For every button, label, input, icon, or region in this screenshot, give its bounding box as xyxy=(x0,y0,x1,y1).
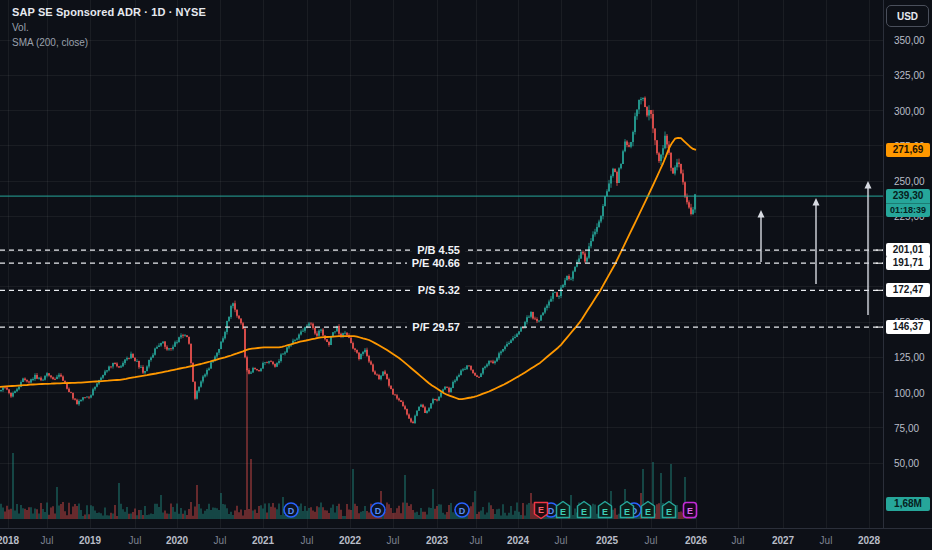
bar-countdown: 01:18:39 xyxy=(886,203,930,217)
svg-text:E: E xyxy=(645,507,651,517)
fundamental-axis-flag: 172,47 xyxy=(886,283,930,297)
price-tick-label: 125,00 xyxy=(894,352,925,363)
svg-text:D: D xyxy=(459,506,466,516)
dividend-badge[interactable]: D xyxy=(284,503,298,517)
time-tick-label: 2021 xyxy=(252,534,274,545)
last-price-value: 239,30 xyxy=(886,189,930,203)
earnings-badge[interactable]: E xyxy=(663,502,676,518)
trend-arrow[interactable] xyxy=(865,181,872,315)
fundamental-axis-flag: 201,01 xyxy=(886,243,930,257)
time-tick-label: Jul xyxy=(214,534,227,545)
earnings-badge[interactable]: E xyxy=(684,503,697,518)
fundamental-label[interactable]: P/F 29.57 xyxy=(407,321,465,333)
time-tick-label: 2028 xyxy=(858,534,880,545)
price-tick-label: 50,00 xyxy=(894,458,919,469)
time-tick-label: Jul xyxy=(645,534,658,545)
fundamental-label[interactable]: P/S 5.32 xyxy=(413,284,465,296)
volume-axis-flag: 1,68M xyxy=(886,497,930,511)
trend-arrow[interactable] xyxy=(758,210,765,262)
time-tick-label: 2025 xyxy=(596,534,618,545)
price-tick-label: 325,00 xyxy=(894,70,925,81)
sma-line[interactable] xyxy=(0,138,696,399)
sma-axis-flag: 271,69 xyxy=(886,143,930,157)
earnings-badge[interactable]: E xyxy=(535,503,548,519)
time-tick-label: 2026 xyxy=(685,534,707,545)
svg-text:E: E xyxy=(560,507,566,517)
time-tick-label: Jul xyxy=(129,534,142,545)
dividend-badge[interactable]: D xyxy=(455,503,469,517)
volume-series xyxy=(0,369,696,519)
svg-text:E: E xyxy=(687,506,693,516)
svg-text:E: E xyxy=(602,507,608,517)
time-tick-label: 2027 xyxy=(772,534,794,545)
time-tick-label: 2023 xyxy=(426,534,448,545)
price-chart-canvas[interactable]: DDDDDEEEEEEEE xyxy=(0,0,932,550)
svg-text:E: E xyxy=(666,507,672,517)
time-tick-label: 2018 xyxy=(0,534,19,545)
time-tick-label: 2019 xyxy=(79,534,101,545)
time-tick-label: Jul xyxy=(387,534,400,545)
time-tick-label: Jul xyxy=(41,534,54,545)
fundamental-label[interactable]: P/E 40.66 xyxy=(407,257,465,269)
time-tick-label: Jul xyxy=(555,534,568,545)
fundamental-axis-flag: 146,37 xyxy=(886,320,930,334)
currency-button[interactable]: USD xyxy=(886,5,929,27)
price-tick-label: 350,00 xyxy=(894,35,925,46)
earnings-badge[interactable]: E xyxy=(599,502,612,518)
time-tick-label: Jul xyxy=(301,534,314,545)
price-axis[interactable]: 350,00325,00300,00275,00250,00225,00200,… xyxy=(883,0,932,528)
trend-arrow[interactable] xyxy=(813,198,820,284)
svg-text:E: E xyxy=(581,507,587,517)
earnings-badge[interactable]: E xyxy=(557,502,570,518)
fundamental-axis-flag: 191,71 xyxy=(886,256,930,270)
svg-text:D: D xyxy=(288,506,295,516)
svg-text:E: E xyxy=(538,505,544,515)
svg-text:D: D xyxy=(375,506,382,516)
svg-text:D: D xyxy=(548,506,555,516)
time-tick-label: Jul xyxy=(820,534,833,545)
time-tick-label: 2020 xyxy=(166,534,188,545)
time-tick-label: Jul xyxy=(732,534,745,545)
fundamental-label[interactable]: P/B 4.55 xyxy=(412,244,465,256)
dividend-badge[interactable]: D xyxy=(371,503,385,517)
time-axis[interactable]: 2018Jul2019Jul2020Jul2021Jul2022Jul2023J… xyxy=(0,528,932,550)
earnings-badge[interactable]: E xyxy=(621,502,634,518)
chart-root: DDDDDEEEEEEEE SAP SE Sponsored ADR · 1D … xyxy=(0,0,932,550)
price-tick-label: 300,00 xyxy=(894,105,925,116)
time-tick-label: 2024 xyxy=(507,534,529,545)
earnings-badge[interactable]: E xyxy=(578,502,591,518)
svg-text:E: E xyxy=(624,507,630,517)
last-price-flag: 239,3001:18:39 xyxy=(886,189,930,217)
time-tick-label: Jul xyxy=(470,534,483,545)
price-tick-label: 100,00 xyxy=(894,387,925,398)
time-tick-label: 2022 xyxy=(339,534,361,545)
earnings-badge[interactable]: E xyxy=(642,502,655,518)
price-tick-label: 250,00 xyxy=(894,176,925,187)
price-tick-label: 75,00 xyxy=(894,422,919,433)
